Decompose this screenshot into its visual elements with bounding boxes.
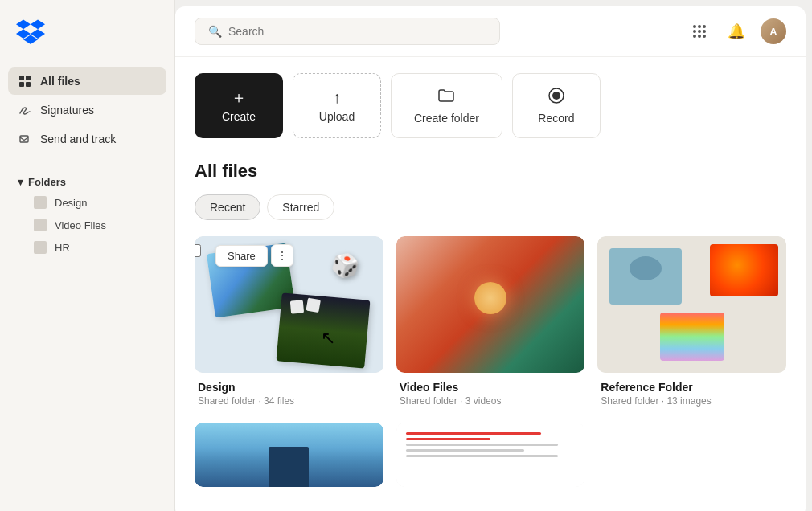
card-checkbox[interactable] [195,244,201,257]
logo[interactable] [0,16,174,67]
folders-section-title[interactable]: ▾ Folders [0,170,174,191]
doc-thumb [396,423,585,487]
file-card-reference-folder[interactable]: Reference Folder Shared folder · 13 imag… [597,236,786,410]
folder-plus-icon [437,87,455,107]
dice-decoration: 🎲 [328,249,362,282]
sidebar-item-label: Signatures [40,104,94,117]
bell-icon: 🔔 [728,22,745,40]
sidebar-item-all-files[interactable]: All files [8,67,166,95]
search-icon: 🔍 [208,25,222,38]
sun-decoration [474,282,506,314]
send-icon [18,132,32,146]
tab-starred[interactable]: Starred [267,194,334,220]
topbar-actions: 🔔 A [687,18,786,44]
plus-icon: ＋ [231,89,247,105]
sidebar-item-label: All files [40,75,80,88]
card-meta: Shared folder · 3 videos [400,395,582,407]
sidebar: All files Signatures Send and track ▾ Fo… [0,0,175,511]
dropbox-logo-icon [16,16,45,45]
chevron-down-icon: ▾ [18,176,23,188]
thumb-image-2 [276,292,370,368]
search-box[interactable]: 🔍 [195,18,500,45]
vr-image [609,248,682,305]
doc-line-5 [406,455,559,457]
search-input[interactable] [228,25,486,38]
orange-image [710,244,778,296]
create-button[interactable]: ＋ Create [195,73,283,138]
avatar[interactable]: A [761,18,786,44]
sidebar-item-send-and-track[interactable]: Send and track [8,125,166,153]
sidebar-item-signatures[interactable]: Signatures [8,96,166,124]
record-icon [547,87,565,107]
card-thumbnail-partial-2 [396,423,585,487]
svg-rect-0 [19,76,24,80]
svg-rect-3 [26,82,31,87]
share-button[interactable]: Share [215,245,268,267]
card-thumbnail-design: 🎲 Share ⋮ ↖ [195,236,383,373]
folder-icon [34,196,47,209]
sidebar-folder-design[interactable]: Design [8,191,166,214]
card-meta: Shared folder · 13 images [601,395,783,407]
grid-dots-icon [693,25,706,38]
topbar: 🔍 🔔 A [175,6,806,57]
video-thumb [396,236,585,373]
card-info-reference: Reference Folder Shared folder · 13 imag… [597,373,786,410]
card-name: Video Files [400,381,582,394]
create-folder-button[interactable]: Create folder [391,73,502,138]
layer-image [660,313,724,361]
main-content: 🔍 🔔 A ＋ Create [175,6,806,511]
sidebar-item-label: Send and track [40,133,116,145]
doc-line-1 [406,432,542,435]
ref-thumb [597,236,786,373]
doc-line-3 [406,444,559,446]
share-overlay: Share ⋮ [215,244,293,267]
upload-button[interactable]: ↑ Upload [293,73,381,138]
folder-icon [34,241,47,254]
building-shape [269,447,309,487]
building-thumb [195,423,383,487]
card-thumbnail-reference [597,236,786,373]
grid-view-button[interactable] [687,18,712,44]
doc-line-4 [406,449,524,452]
sidebar-divider [16,161,158,161]
files-icon [18,74,32,88]
file-card-video-files[interactable]: Video Files Shared folder · 3 videos [396,236,585,410]
file-card-partial-2[interactable] [396,423,585,487]
card-info-design: Design Shared folder · 34 files [195,373,383,410]
avatar-initials: A [769,26,777,38]
file-card-partial-1[interactable] [195,423,383,487]
notifications-button[interactable]: 🔔 [724,18,749,44]
card-info-video-files: Video Files Shared folder · 3 videos [396,373,585,410]
more-options-button[interactable]: ⋮ [271,244,293,267]
sidebar-folder-hr[interactable]: HR [8,236,166,259]
signature-icon [18,103,32,117]
doc-line-2 [406,438,490,440]
folder-icon [34,219,47,231]
svg-rect-2 [19,82,24,87]
tab-recent[interactable]: Recent [195,194,260,220]
checkbox-area[interactable] [195,244,201,260]
svg-rect-1 [26,76,31,80]
card-thumbnail-partial-1 [195,423,383,487]
card-thumbnail-video-files [396,236,585,373]
card-name: Reference Folder [601,381,783,394]
card-name: Design [198,381,380,394]
filter-tabs: Recent Starred [195,194,786,220]
file-card-design[interactable]: 🎲 Share ⋮ ↖ Design Shared folder · 34 [195,236,383,410]
record-button[interactable]: Record [512,73,601,138]
svg-point-6 [552,92,560,100]
sidebar-nav: All files Signatures Send and track [0,67,174,153]
file-grid: 🎲 Share ⋮ ↖ Design Shared folder · 34 [195,236,786,487]
page-title: All files [195,161,786,182]
svg-rect-4 [20,136,28,142]
sidebar-folder-video-files[interactable]: Video Files [8,214,166,236]
action-row: ＋ Create ↑ Upload Create folder Record [195,73,786,138]
card-meta: Shared folder · 34 files [198,395,380,407]
content-area: ＋ Create ↑ Upload Create folder Record [175,57,806,511]
upload-icon: ↑ [333,89,341,105]
